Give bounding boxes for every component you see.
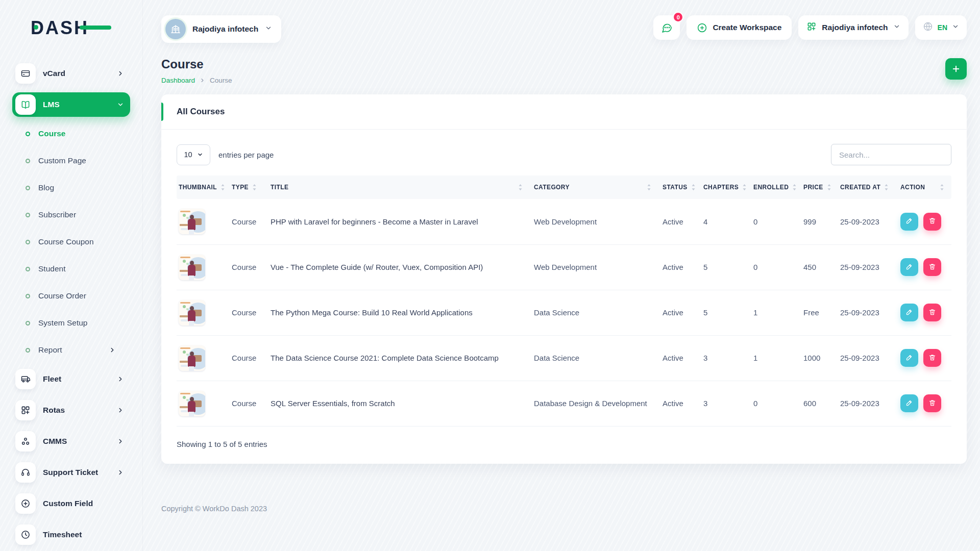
grid-plus-icon bbox=[806, 21, 817, 34]
messages-badge: 0 bbox=[673, 12, 683, 22]
column-header-category[interactable]: CATEGORY bbox=[530, 176, 658, 199]
cell-enrolled: 0 bbox=[749, 199, 799, 244]
cell-price: 600 bbox=[799, 381, 836, 426]
cell-status: Active bbox=[658, 335, 699, 381]
language-code: EN bbox=[938, 23, 947, 32]
sidebar-item-rotas[interactable]: Rotas bbox=[12, 398, 130, 422]
cell-enrolled: 1 bbox=[749, 335, 799, 381]
cell-status: Active bbox=[658, 199, 699, 244]
sidebar-subitem-course-coupon[interactable]: Course Coupon bbox=[12, 232, 130, 252]
sort-icon bbox=[940, 184, 944, 191]
table-header-row: THUMBNAIL TYPE TITLE CATEGORY STATUS bbox=[177, 176, 951, 199]
delete-button[interactable] bbox=[923, 349, 941, 367]
building-icon bbox=[170, 23, 181, 35]
edit-button[interactable] bbox=[900, 394, 918, 412]
logo-dot-icon bbox=[34, 25, 38, 30]
column-header-title[interactable]: TITLE bbox=[266, 176, 530, 199]
entries-per-page-select[interactable]: 10 bbox=[177, 144, 210, 165]
cell-title: PHP with Laravel for beginners - Become … bbox=[266, 199, 530, 244]
sidebar-item-custom-field[interactable]: Custom Field bbox=[12, 491, 130, 516]
delete-button[interactable] bbox=[923, 304, 941, 321]
delete-button[interactable] bbox=[923, 258, 941, 276]
course-table-body: Course PHP with Laravel for beginners - … bbox=[177, 199, 951, 426]
sidebar-subitem-custom-page[interactable]: Custom Page bbox=[12, 151, 130, 171]
edit-button[interactable] bbox=[900, 213, 918, 231]
search-input[interactable] bbox=[831, 144, 951, 165]
column-header-chapters[interactable]: CHAPTERS bbox=[699, 176, 749, 199]
column-header-enrolled[interactable]: ENROLLED bbox=[749, 176, 799, 199]
cell-type: Course bbox=[228, 290, 266, 335]
breadcrumb-dashboard-link[interactable]: Dashboard bbox=[161, 77, 195, 84]
pencil-icon bbox=[905, 308, 913, 317]
delete-button[interactable] bbox=[923, 394, 941, 412]
language-selector[interactable]: EN bbox=[915, 15, 967, 40]
bullet-icon bbox=[26, 240, 30, 244]
sidebar-item-fleet[interactable]: Fleet bbox=[12, 367, 130, 391]
delete-button[interactable] bbox=[923, 213, 941, 231]
sidebar-subitem-system-setup[interactable]: System Setup bbox=[12, 313, 130, 333]
cell-title: The Data Science Course 2021: Complete D… bbox=[266, 335, 530, 381]
chevron-right-icon bbox=[200, 78, 205, 83]
sidebar-item-support-ticket[interactable]: Support Ticket bbox=[12, 460, 130, 485]
sidebar-item-timesheet[interactable]: Timesheet bbox=[12, 522, 130, 547]
course-thumbnail bbox=[179, 345, 205, 371]
cell-type: Course bbox=[228, 335, 266, 381]
sidebar-subitem-subscriber[interactable]: Subscriber bbox=[12, 205, 130, 225]
breadcrumb-current: Course bbox=[210, 77, 232, 84]
trash-icon bbox=[928, 399, 936, 408]
add-course-button[interactable] bbox=[945, 58, 967, 80]
table-row: Course PHP with Laravel for beginners - … bbox=[177, 199, 951, 244]
cell-title: The Python Mega Course: Build 10 Real Wo… bbox=[266, 290, 530, 335]
courses-table-wrap: THUMBNAIL TYPE TITLE CATEGORY STATUS bbox=[161, 176, 967, 427]
cell-chapters: 3 bbox=[699, 381, 749, 426]
main-content: Rajodiya infotech 0 Create Workspace Raj… bbox=[143, 0, 980, 526]
column-header-action[interactable]: ACTION bbox=[896, 176, 951, 199]
sidebar-subitem-student[interactable]: Student bbox=[12, 259, 130, 279]
app-logo[interactable]: DASH bbox=[31, 17, 97, 39]
create-workspace-button[interactable]: Create Workspace bbox=[687, 15, 792, 40]
edit-button[interactable] bbox=[900, 349, 918, 367]
breadcrumb: Dashboard Course bbox=[161, 77, 232, 84]
table-row: Course SQL Server Essentials, from Scrat… bbox=[177, 381, 951, 426]
cell-category: Web Development bbox=[530, 244, 658, 290]
sort-icon bbox=[827, 184, 831, 191]
edit-button[interactable] bbox=[900, 304, 918, 321]
sidebar-item-cmms[interactable]: CMMS bbox=[12, 429, 130, 454]
column-header-price[interactable]: PRICE bbox=[799, 176, 836, 199]
sidebar-subitem-course-order[interactable]: Course Order bbox=[12, 286, 130, 306]
globe-icon bbox=[923, 21, 933, 34]
plus-circle-icon bbox=[15, 493, 36, 514]
workspace-selector[interactable]: Rajodiya infotech bbox=[161, 15, 281, 43]
cell-category: Data Science bbox=[530, 335, 658, 381]
edit-button[interactable] bbox=[900, 258, 918, 276]
sort-icon bbox=[518, 184, 523, 191]
messages-button[interactable]: 0 bbox=[653, 15, 680, 40]
cell-status: Active bbox=[658, 290, 699, 335]
sidebar-subitem-blog[interactable]: Blog bbox=[12, 178, 130, 198]
sidebar-item-label: Rotas bbox=[43, 406, 110, 415]
course-thumbnail bbox=[179, 255, 205, 280]
workspace-switcher[interactable]: Rajodiya infotech bbox=[798, 15, 908, 40]
bus-icon bbox=[15, 369, 36, 389]
trash-icon bbox=[928, 217, 936, 226]
sidebar-subitem-report[interactable]: Report bbox=[12, 340, 130, 360]
plus-icon bbox=[951, 64, 961, 73]
column-header-created-at[interactable]: CREATED AT bbox=[836, 176, 896, 199]
chevron-right-icon bbox=[117, 407, 124, 414]
column-header-status[interactable]: STATUS bbox=[658, 176, 699, 199]
cell-price: Free bbox=[799, 290, 836, 335]
course-thumbnail bbox=[179, 209, 205, 234]
sidebar-item-label: CMMS bbox=[43, 437, 110, 446]
sidebar-subitem-course[interactable]: Course bbox=[12, 123, 130, 144]
chevron-right-icon bbox=[117, 70, 124, 77]
logo-dash-icon bbox=[80, 26, 111, 30]
cell-type: Course bbox=[228, 199, 266, 244]
column-header-type[interactable]: TYPE bbox=[228, 176, 266, 199]
sidebar-item-lms[interactable]: LMS bbox=[12, 92, 130, 117]
pencil-icon bbox=[905, 354, 913, 363]
workspace-name: Rajodiya infotech bbox=[192, 24, 258, 34]
book-open-icon bbox=[15, 94, 36, 115]
sidebar-item-vcard[interactable]: vCard bbox=[12, 61, 130, 86]
cell-enrolled: 1 bbox=[749, 290, 799, 335]
column-header-thumbnail[interactable]: THUMBNAIL bbox=[177, 176, 228, 199]
